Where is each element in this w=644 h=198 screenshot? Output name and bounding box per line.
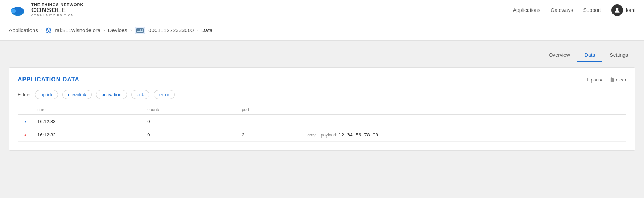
arrow-up-icon: ▲ xyxy=(24,133,27,137)
breadcrumb-sep-3: › xyxy=(130,28,132,33)
filter-uplink[interactable]: uplink xyxy=(35,90,58,99)
filter-activation[interactable]: activation xyxy=(96,90,127,99)
console-label: CONSOLE xyxy=(31,7,84,14)
row-counter: 0 xyxy=(143,115,237,128)
svg-rect-8 xyxy=(137,29,139,30)
user-menu[interactable]: fomi xyxy=(611,4,635,16)
table-body: ▼ 16:12:33 0 ▲ xyxy=(18,115,626,142)
table-row: ▲ 16:12:32 0 2 retry payload: 12 34 56 7… xyxy=(18,128,626,142)
tab-data[interactable]: Data xyxy=(577,49,603,62)
edition-label: COMMUNITY EDITION xyxy=(31,14,84,17)
breadcrumb-sep-1: › xyxy=(41,28,42,33)
main-layout: Overview Data Settings APPLICATION DATA … xyxy=(0,41,644,198)
col-counter: counter xyxy=(143,105,237,115)
pause-button[interactable]: ⏸ pause xyxy=(584,77,603,83)
filter-ack[interactable]: ack xyxy=(131,90,149,99)
ttn-logo-icon xyxy=(9,4,27,16)
card-header: APPLICATION DATA ⏸ pause 🗑 clear xyxy=(18,76,626,83)
svg-point-6 xyxy=(616,8,618,10)
col-port: port xyxy=(238,105,304,115)
card-actions: ⏸ pause 🗑 clear xyxy=(584,77,626,83)
table-row: ▼ 16:12:33 0 xyxy=(18,115,626,128)
content-area: Overview Data Settings APPLICATION DATA … xyxy=(0,41,644,198)
retry-badge: retry xyxy=(307,133,315,137)
tab-bar: Overview Data Settings xyxy=(9,49,635,62)
row-details: retry payload: 12 34 56 78 90 xyxy=(303,128,626,142)
row-port xyxy=(238,115,304,128)
breadcrumb-device-id[interactable]: 000111222333000 xyxy=(148,27,194,33)
breadcrumb-app-name[interactable]: rak811wisnodelora xyxy=(55,27,100,33)
breadcrumb-current: Data xyxy=(201,27,213,33)
row-counter: 0 xyxy=(143,128,237,142)
row-time: 16:12:33 xyxy=(33,115,143,128)
logo-area: THE THINGS NETWORK CONSOLE COMMUNITY EDI… xyxy=(9,3,84,17)
row-time: 16:12:32 xyxy=(33,128,143,142)
trash-icon: 🗑 xyxy=(610,77,615,83)
svg-rect-13 xyxy=(141,30,143,31)
header-nav: Applications Gateways Support fomi xyxy=(513,4,635,16)
col-extra xyxy=(303,105,626,115)
card-title: APPLICATION DATA xyxy=(18,76,79,83)
logo-text: THE THINGS NETWORK CONSOLE COMMUNITY EDI… xyxy=(31,3,84,17)
svg-rect-12 xyxy=(139,30,141,31)
data-table: time counter port ▼ 16:12:33 xyxy=(18,105,626,142)
breadcrumb-devices[interactable]: Devices xyxy=(108,27,127,33)
filters-label: Filters xyxy=(18,92,30,97)
device-icon xyxy=(135,27,145,34)
svg-rect-10 xyxy=(141,29,143,30)
expand-button[interactable]: ▼ xyxy=(22,119,29,124)
breadcrumb-bar: Applications › rak811wisnodelora › Devic… xyxy=(0,20,644,41)
svg-rect-11 xyxy=(137,30,139,31)
nav-support[interactable]: Support xyxy=(583,7,601,13)
arrow-down-icon: ▼ xyxy=(24,119,27,123)
application-data-card: APPLICATION DATA ⏸ pause 🗑 clear Filters… xyxy=(9,67,635,151)
filters-row: Filters uplink downlink activation ack e… xyxy=(18,90,626,99)
header: THE THINGS NETWORK CONSOLE COMMUNITY EDI… xyxy=(0,0,644,20)
username: fomi xyxy=(626,7,635,13)
col-time: time xyxy=(33,105,143,115)
tab-settings[interactable]: Settings xyxy=(602,49,635,62)
app-icon xyxy=(45,27,52,34)
row-expand-cell[interactable]: ▲ xyxy=(18,128,33,142)
clear-button[interactable]: 🗑 clear xyxy=(610,77,626,83)
breadcrumb-applications[interactable]: Applications xyxy=(9,27,38,33)
table-header: time counter port xyxy=(18,105,626,115)
col-expand xyxy=(18,105,33,115)
nav-gateways[interactable]: Gateways xyxy=(550,7,573,13)
payload-label: payload: xyxy=(321,132,337,138)
breadcrumb: Applications › rak811wisnodelora › Devic… xyxy=(9,27,212,34)
filter-error[interactable]: error xyxy=(154,90,174,99)
filter-downlink[interactable]: downlink xyxy=(62,90,92,99)
row-expand-cell[interactable]: ▼ xyxy=(18,115,33,128)
breadcrumb-sep-4: › xyxy=(197,28,198,33)
tab-overview[interactable]: Overview xyxy=(541,49,577,62)
row-extra xyxy=(303,115,626,128)
payload-value: 12 34 56 78 90 xyxy=(339,132,379,138)
nav-applications[interactable]: Applications xyxy=(513,7,541,13)
svg-rect-9 xyxy=(139,29,141,30)
svg-point-5 xyxy=(11,9,16,13)
collapse-button[interactable]: ▲ xyxy=(22,132,29,138)
row-port: 2 xyxy=(238,128,304,142)
pause-icon: ⏸ xyxy=(584,77,589,83)
breadcrumb-sep-2: › xyxy=(103,28,105,33)
avatar xyxy=(611,4,623,16)
